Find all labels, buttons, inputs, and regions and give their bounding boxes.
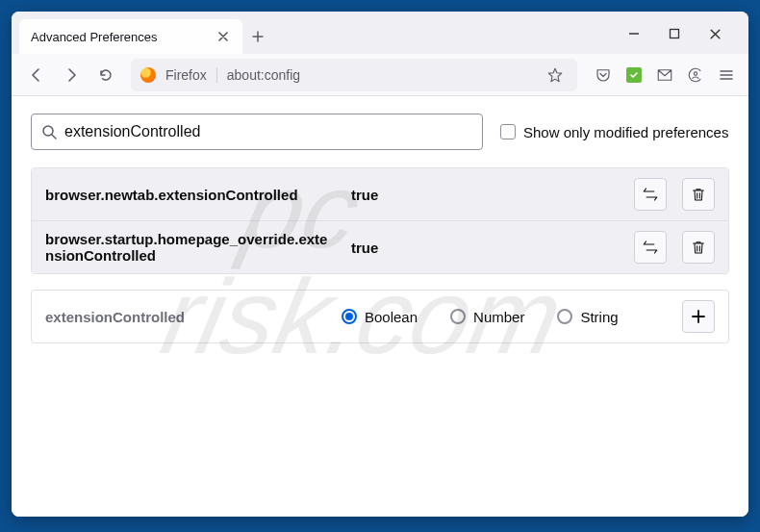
navbar: Firefox about:config bbox=[12, 54, 748, 96]
svg-point-2 bbox=[694, 71, 697, 74]
tab-title: Advanced Preferences bbox=[31, 30, 215, 44]
add-button[interactable] bbox=[682, 300, 715, 333]
svg-rect-0 bbox=[671, 30, 679, 38]
tab-advanced-preferences[interactable]: Advanced Preferences bbox=[19, 19, 242, 54]
menu-button[interactable] bbox=[718, 66, 735, 84]
search-box[interactable] bbox=[31, 114, 483, 150]
pref-value: true bbox=[351, 240, 626, 256]
type-radio-group: Boolean Number String bbox=[342, 309, 674, 325]
pref-name: browser.newtab.extensionControlled bbox=[45, 187, 343, 203]
close-window-button[interactable] bbox=[706, 25, 723, 42]
pocket-icon[interactable] bbox=[595, 66, 612, 84]
back-button[interactable] bbox=[21, 60, 52, 90]
toggle-button[interactable] bbox=[634, 231, 667, 264]
radio-string[interactable]: String bbox=[557, 309, 618, 325]
close-tab-button[interactable] bbox=[215, 29, 231, 44]
search-row: Show only modified preferences bbox=[31, 114, 729, 150]
radio-label: Boolean bbox=[365, 309, 418, 325]
delete-button[interactable] bbox=[682, 231, 715, 264]
radio-icon[interactable] bbox=[450, 309, 466, 324]
inbox-icon[interactable] bbox=[656, 66, 673, 84]
radio-boolean[interactable]: Boolean bbox=[342, 309, 418, 325]
titlebar: Advanced Preferences bbox=[12, 12, 748, 54]
delete-button[interactable] bbox=[682, 178, 715, 211]
bookmark-star-icon[interactable] bbox=[543, 66, 568, 84]
radio-number[interactable]: Number bbox=[450, 309, 524, 325]
address-bar[interactable]: Firefox about:config bbox=[131, 59, 577, 91]
reload-button[interactable] bbox=[90, 60, 121, 90]
forward-button[interactable] bbox=[56, 60, 87, 90]
preferences-table: browser.newtab.extensionControlled true … bbox=[31, 167, 729, 274]
browser-window: Advanced Preferences bbox=[12, 12, 748, 517]
pref-name: browser.startup.homepage_override.extens… bbox=[45, 231, 343, 264]
maximize-button[interactable] bbox=[666, 25, 683, 42]
checkbox-label: Show only modified preferences bbox=[523, 124, 728, 140]
radio-icon[interactable] bbox=[557, 309, 572, 324]
firefox-icon bbox=[140, 67, 156, 83]
toggle-button[interactable] bbox=[634, 178, 667, 211]
radio-label: Number bbox=[473, 309, 524, 325]
toolbar-icons bbox=[587, 66, 739, 84]
search-input[interactable] bbox=[64, 123, 472, 140]
pref-value: true bbox=[351, 187, 626, 203]
minimize-button[interactable] bbox=[625, 25, 643, 42]
radio-label: String bbox=[580, 309, 618, 325]
new-tab-button[interactable] bbox=[242, 19, 273, 54]
window-controls bbox=[608, 19, 741, 54]
account-icon[interactable] bbox=[687, 66, 704, 84]
checkbox-icon[interactable] bbox=[500, 124, 516, 139]
search-icon bbox=[41, 124, 57, 139]
pref-row: browser.startup.homepage_override.extens… bbox=[32, 220, 728, 273]
new-pref-name: extensionControlled bbox=[45, 309, 334, 325]
show-only-modified-checkbox[interactable]: Show only modified preferences bbox=[500, 124, 728, 140]
radio-icon[interactable] bbox=[342, 309, 357, 324]
extension-icon[interactable] bbox=[625, 66, 643, 84]
identity-label: Firefox bbox=[165, 67, 217, 83]
url-text: about:config bbox=[227, 67, 533, 83]
pref-row: browser.newtab.extensionControlled true bbox=[32, 168, 728, 220]
new-preference-row: extensionControlled Boolean Number Strin… bbox=[31, 290, 729, 343]
about-config-content: Show only modified preferences browser.n… bbox=[12, 96, 748, 517]
